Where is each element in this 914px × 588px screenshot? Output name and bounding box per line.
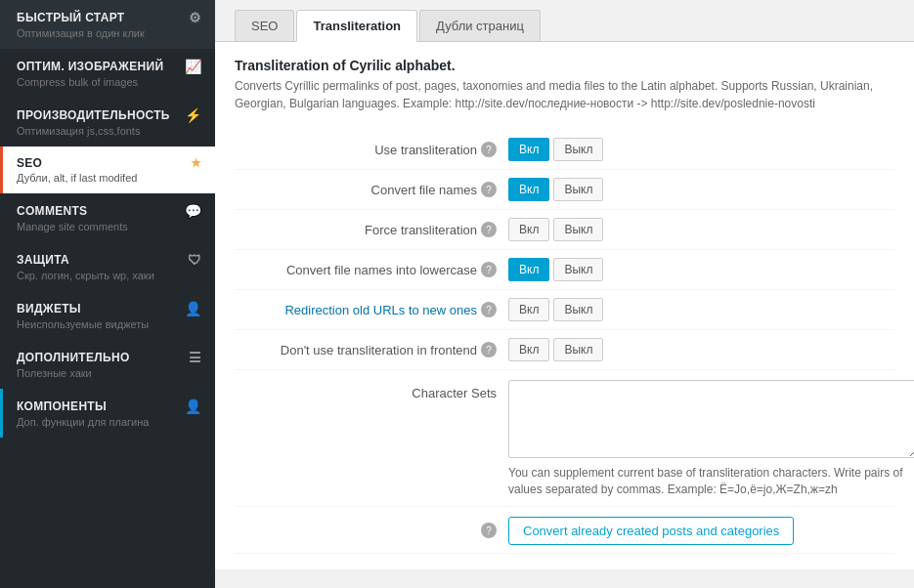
- sidebar-item-extra-title: ДОПОЛНИТЕЛЬНО: [17, 351, 130, 364]
- row-force-transliteration: Force transliteration ? Вкл Выкл: [235, 210, 894, 250]
- btn-off-convert-file-names[interactable]: Выкл: [553, 178, 603, 201]
- label-use-transliteration-text: Use transliteration: [374, 143, 477, 157]
- chart-icon: 📈: [185, 59, 201, 74]
- row-convert-lowercase: Convert file names into lowercase ? Вкл …: [235, 250, 894, 290]
- sidebar-item-components[interactable]: КОМПОНЕНТЫ 👤 Доп. функции для плагина: [0, 389, 215, 438]
- sidebar-item-protection[interactable]: ЗАЩИТА 🛡 Скр. логин, скрыть wp, хаки: [0, 242, 215, 291]
- main-content: SEO Transliteration Дубли страниц Transl…: [215, 0, 914, 588]
- sidebar-item-seo-sub: Дубли, alt, if last modifed: [17, 172, 201, 184]
- btn-off-convert-lowercase[interactable]: Выкл: [553, 258, 603, 281]
- shield-icon: 🛡: [188, 252, 201, 268]
- label-convert-lowercase-text: Convert file names into lowercase: [286, 263, 477, 277]
- label-convert-lowercase: Convert file names into lowercase ?: [235, 262, 508, 277]
- section-title: Transliteration of Cyrilic alphabet.: [235, 58, 894, 73]
- sidebar-item-performance[interactable]: ПРОИЗВОДИТЕЛЬНОСТЬ ⚡ Оптимизация js,css,…: [0, 98, 215, 147]
- label-convert-file-names: Convert file names ?: [235, 182, 508, 197]
- content-area: Transliteration of Cyrilic alphabet. Con…: [215, 42, 914, 569]
- help-icon-force-transliteration[interactable]: ?: [481, 222, 497, 237]
- sidebar-item-seo-title: SEO: [17, 156, 42, 170]
- row-use-transliteration: Use transliteration ? Вкл Выкл: [235, 130, 894, 170]
- character-sets-textarea[interactable]: [508, 380, 914, 458]
- tab-seo[interactable]: SEO: [235, 10, 294, 41]
- controls-convert-posts: Convert already created posts and catego…: [508, 517, 794, 545]
- btn-on-use-transliteration[interactable]: Вкл: [508, 138, 549, 161]
- comment-icon: 💬: [185, 203, 201, 219]
- list-icon: ☰: [189, 350, 201, 365]
- sidebar-item-widgets[interactable]: ВИДЖЕТЫ 👤 Неиспользуемые виджеты: [0, 291, 215, 340]
- controls-no-transliteration-frontend: Вкл Выкл: [508, 338, 603, 361]
- label-convert-file-names-text: Convert file names: [371, 183, 477, 197]
- btn-on-no-transliteration-frontend[interactable]: Вкл: [508, 338, 549, 361]
- sidebar-item-image-opt[interactable]: ОПТИМ. ИЗОБРАЖЕНИЙ 📈 Compress bulk of im…: [0, 49, 215, 98]
- row-convert-posts: ? Convert already created posts and cate…: [235, 507, 894, 554]
- btn-off-force-transliteration[interactable]: Выкл: [553, 218, 603, 241]
- label-force-transliteration: Force transliteration ?: [235, 222, 508, 237]
- sidebar-item-widgets-sub: Неиспользуемые виджеты: [17, 318, 201, 330]
- sidebar-item-components-title: КОМПОНЕНТЫ: [17, 399, 107, 413]
- controls-force-transliteration: Вкл Выкл: [508, 218, 603, 241]
- textarea-hint: You can supplement current base of trans…: [508, 465, 914, 498]
- controls-redirection-old-urls: Вкл Выкл: [508, 298, 603, 321]
- btn-on-convert-lowercase[interactable]: Вкл: [508, 258, 549, 281]
- btn-on-force-transliteration[interactable]: Вкл: [508, 218, 549, 241]
- sidebar-item-comments-title: COMMENTS: [17, 204, 87, 218]
- label-use-transliteration: Use transliteration ?: [235, 142, 508, 157]
- label-convert-posts: ?: [235, 523, 508, 538]
- tab-duplicates[interactable]: Дубли страниц: [419, 10, 541, 41]
- tab-transliteration[interactable]: Transliteration: [296, 10, 417, 42]
- star-icon: ★: [191, 156, 201, 170]
- btn-off-redirection-old-urls[interactable]: Выкл: [553, 298, 603, 321]
- sidebar-item-image-opt-sub: Compress bulk of images: [17, 76, 201, 88]
- btn-off-use-transliteration[interactable]: Выкл: [553, 138, 603, 161]
- btn-off-no-transliteration-frontend[interactable]: Выкл: [553, 338, 603, 361]
- sidebar-item-extra-sub: Полезные хаки: [17, 367, 201, 379]
- sidebar-item-performance-sub: Оптимизация js,css,fonts: [17, 125, 201, 137]
- label-no-transliteration-frontend-text: Don't use transliteration in frontend: [281, 343, 477, 357]
- tabs-bar: SEO Transliteration Дубли страниц: [215, 0, 914, 42]
- sidebar-item-protection-title: ЗАЩИТА: [17, 253, 69, 267]
- label-no-transliteration-frontend: Don't use transliteration in frontend ?: [235, 342, 508, 357]
- btn-on-redirection-old-urls[interactable]: Вкл: [508, 298, 549, 321]
- controls-convert-file-names: Вкл Выкл: [508, 178, 603, 201]
- gear-icon: ⚙: [189, 10, 201, 25]
- settings-table: Use transliteration ? Вкл Выкл Convert f…: [235, 130, 894, 554]
- sidebar-item-performance-title: ПРОИЗВОДИТЕЛЬНОСТЬ: [17, 108, 170, 122]
- sidebar-item-image-opt-title: ОПТИМ. ИЗОБРАЖЕНИЙ: [17, 60, 163, 73]
- sidebar-item-quick-start-sub: Оптимизация в один клик: [17, 27, 201, 39]
- sidebar: БЫСТРЫЙ СТАРТ ⚙ Оптимизация в один клик …: [0, 0, 215, 588]
- user-icon: 👤: [185, 301, 201, 316]
- controls-use-transliteration: Вкл Выкл: [508, 138, 603, 161]
- row-redirection-old-urls: Redirection old URLs to new ones ? Вкл В…: [235, 290, 894, 330]
- components-icon: 👤: [185, 399, 201, 414]
- sidebar-item-comments[interactable]: COMMENTS 💬 Manage site comments: [0, 193, 215, 242]
- sidebar-item-quick-start-title: БЫСТРЫЙ СТАРТ: [17, 11, 124, 24]
- help-icon-no-transliteration-frontend[interactable]: ?: [481, 342, 497, 357]
- lightning-icon: ⚡: [185, 107, 201, 123]
- label-redirection-old-urls: Redirection old URLs to new ones ?: [235, 302, 508, 317]
- label-character-sets-text: Character Sets: [412, 386, 497, 400]
- row-convert-file-names: Convert file names ? Вкл Выкл: [235, 170, 894, 210]
- controls-convert-lowercase: Вкл Выкл: [508, 258, 603, 281]
- character-sets-control: You can supplement current base of trans…: [508, 380, 914, 498]
- sidebar-item-quick-start[interactable]: БЫСТРЫЙ СТАРТ ⚙ Оптимизация в один клик: [0, 0, 215, 49]
- help-icon-convert-posts[interactable]: ?: [481, 523, 497, 538]
- sidebar-item-components-sub: Доп. функции для плагина: [17, 416, 201, 428]
- sidebar-item-protection-sub: Скр. логин, скрыть wp, хаки: [17, 270, 201, 281]
- sidebar-item-comments-sub: Manage site comments: [17, 221, 201, 232]
- help-icon-redirection-old-urls[interactable]: ?: [481, 302, 497, 317]
- help-icon-convert-lowercase[interactable]: ?: [481, 262, 497, 277]
- label-character-sets: Character Sets: [235, 380, 508, 400]
- sidebar-item-extra[interactable]: ДОПОЛНИТЕЛЬНО ☰ Полезные хаки: [0, 340, 215, 389]
- sidebar-item-widgets-title: ВИДЖЕТЫ: [17, 302, 81, 315]
- sidebar-item-seo[interactable]: SEO ★ Дубли, alt, if last modifed: [0, 147, 215, 193]
- help-icon-use-transliteration[interactable]: ?: [481, 142, 497, 157]
- help-icon-convert-file-names[interactable]: ?: [481, 182, 497, 197]
- btn-convert-posts[interactable]: Convert already created posts and catego…: [508, 517, 794, 545]
- label-force-transliteration-text: Force transliteration: [365, 223, 477, 237]
- row-character-sets: Character Sets You can supplement curren…: [235, 370, 894, 507]
- btn-on-convert-file-names[interactable]: Вкл: [508, 178, 549, 201]
- section-desc: Converts Cyrillic permalinks of post, pa…: [235, 77, 894, 112]
- link-redirection-old-urls[interactable]: Redirection old URLs to new ones: [284, 303, 477, 317]
- row-no-transliteration-frontend: Don't use transliteration in frontend ? …: [235, 330, 894, 370]
